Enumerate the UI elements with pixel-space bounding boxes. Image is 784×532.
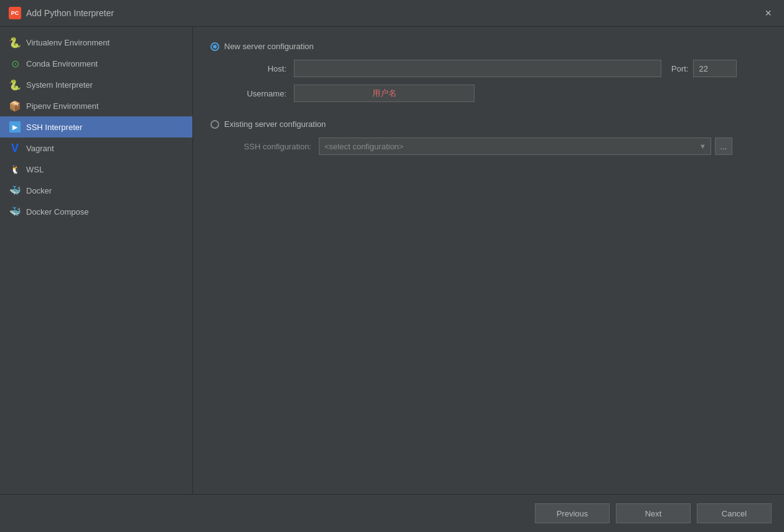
title-bar: PC Add Python Interpreter × xyxy=(0,0,784,27)
sidebar-item-docker[interactable]: 🐳 Docker xyxy=(0,180,192,201)
sidebar-item-docker-label: Docker xyxy=(26,186,52,195)
main-panel: New server configuration Host: Port: Use… xyxy=(193,27,784,494)
sidebar-item-wsl[interactable]: 🐧 WSL xyxy=(0,159,192,180)
add-python-interpreter-dialog: PC Add Python Interpreter × 🐍 Virtualenv… xyxy=(0,0,784,532)
ssh-icon: ▶ xyxy=(9,121,21,133)
wsl-icon: 🐧 xyxy=(9,163,21,175)
sidebar-item-pipenv-label: Pipenv Environment xyxy=(26,101,98,111)
existing-server-section: Existing server configuration SSH config… xyxy=(210,119,767,155)
browse-button[interactable]: ... xyxy=(715,138,732,155)
pipenv-icon: 📦 xyxy=(9,100,21,112)
port-label: Port: xyxy=(671,64,688,73)
sidebar-item-vagrant[interactable]: V Vagrant xyxy=(0,138,192,159)
conda-icon: ⊙ xyxy=(9,57,21,70)
sidebar-item-conda[interactable]: ⊙ Conda Environment xyxy=(0,53,192,74)
virtualenv-icon: 🐍 xyxy=(9,36,21,49)
previous-button[interactable]: Previous xyxy=(535,503,610,523)
ssh-config-select-wrapper: <select configuration> ▼ xyxy=(319,138,711,155)
vagrant-icon: V xyxy=(9,142,21,154)
new-server-section: New server configuration Host: Port: Use… xyxy=(210,42,767,110)
sidebar-item-ssh[interactable]: ▶ SSH Interpreter xyxy=(0,116,192,138)
existing-server-radio-label[interactable]: Existing server configuration xyxy=(210,119,767,129)
existing-server-label: Existing server configuration xyxy=(224,119,326,129)
sidebar-item-ssh-label: SSH Interpreter xyxy=(26,123,82,132)
close-button[interactable]: × xyxy=(761,6,775,20)
new-server-label: New server configuration xyxy=(224,42,314,51)
cancel-button[interactable]: Cancel xyxy=(697,503,772,523)
sidebar-item-pipenv[interactable]: 📦 Pipenv Environment xyxy=(0,95,192,116)
sidebar-item-vagrant-label: Vagrant xyxy=(26,144,54,153)
footer: Previous Next Cancel xyxy=(0,494,784,532)
sidebar-item-docker-compose-label: Docker Compose xyxy=(26,207,88,217)
sidebar-item-conda-label: Conda Environment xyxy=(26,59,98,68)
port-input[interactable] xyxy=(693,60,737,77)
sidebar-item-system[interactable]: 🐍 System Interpreter xyxy=(0,74,192,95)
sidebar: 🐍 Virtualenv Environment ⊙ Conda Environ… xyxy=(0,27,193,494)
ssh-config-select[interactable]: <select configuration> xyxy=(319,138,711,155)
next-button[interactable]: Next xyxy=(616,503,691,523)
docker-icon: 🐳 xyxy=(9,184,21,197)
host-input[interactable] xyxy=(294,60,661,77)
ssh-config-label: SSH configuration: xyxy=(224,142,311,151)
sidebar-item-virtualenv[interactable]: 🐍 Virtualenv Environment xyxy=(0,32,192,53)
sidebar-item-virtualenv-label: Virtualenv Environment xyxy=(26,38,110,47)
existing-server-radio[interactable] xyxy=(210,120,219,129)
new-server-radio-label[interactable]: New server configuration xyxy=(210,42,767,51)
host-label: Host: xyxy=(224,64,286,73)
app-logo: PC xyxy=(9,7,21,19)
username-placeholder[interactable]: 用户名 xyxy=(294,85,475,102)
username-label: Username: xyxy=(224,89,286,98)
sidebar-item-docker-compose[interactable]: 🐳 Docker Compose xyxy=(0,201,192,222)
dialog-title: Add Python Interpreter xyxy=(26,8,761,18)
username-row: Username: 用户名 xyxy=(224,85,767,102)
system-icon: 🐍 xyxy=(9,78,21,91)
ssh-config-row: SSH configuration: <select configuration… xyxy=(224,138,767,155)
content-area: 🐍 Virtualenv Environment ⊙ Conda Environ… xyxy=(0,27,784,494)
sidebar-item-wsl-label: WSL xyxy=(26,165,44,174)
docker-compose-icon: 🐳 xyxy=(9,205,21,218)
host-row: Host: Port: xyxy=(224,60,767,77)
new-server-radio[interactable] xyxy=(210,42,219,51)
sidebar-item-system-label: System Interpreter xyxy=(26,80,93,90)
